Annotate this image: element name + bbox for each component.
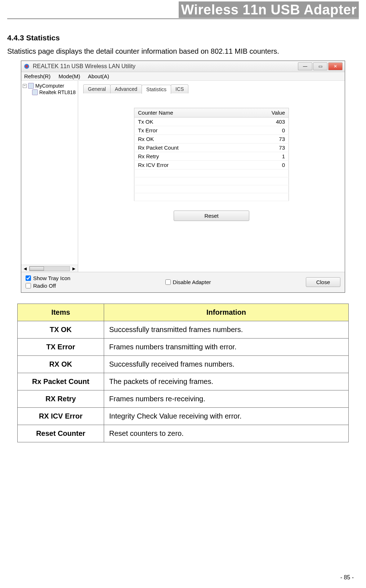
info-item-cell: TX Error	[18, 339, 104, 356]
counter-value-cell: 403	[242, 118, 289, 126]
close-window-button[interactable]: ✕	[328, 62, 343, 70]
info-row: RX OKSuccessfully received frames number…	[18, 356, 349, 373]
counter-name-cell: Rx Packet Count	[134, 143, 242, 152]
info-item-cell: Rx Packet Count	[18, 373, 104, 390]
counter-name-cell: Rx Retry	[134, 152, 242, 161]
counter-name-cell: Rx OK	[134, 135, 242, 143]
disable-adapter-input[interactable]	[165, 279, 171, 285]
radio-off-label: Radio Off	[33, 283, 56, 289]
info-item-cell: RX OK	[18, 356, 104, 373]
info-description-cell: Frames numbers re-receiving.	[104, 390, 349, 408]
info-description-cell: Frames numbers transmitting with error.	[104, 339, 349, 356]
info-description-cell: Successfully received frames numbers.	[104, 356, 349, 373]
counter-value-cell: 0	[242, 126, 289, 135]
info-col-information: Information	[104, 304, 349, 321]
statistics-table: Counter Name Value Tx OK403Tx Error0Rx O…	[134, 108, 289, 201]
scroll-track[interactable]	[29, 266, 70, 271]
tree-scrollbar[interactable]: ◄ ►	[21, 265, 78, 272]
info-row: TX ErrorFrames numbers transmitting with…	[18, 339, 349, 356]
counter-value-cell: 73	[242, 135, 289, 143]
info-item-cell: RX ICV Error	[18, 408, 104, 425]
tree-root-label: MyComputer	[35, 83, 64, 89]
info-description-cell: Reset counters to zero.	[104, 425, 349, 442]
content-pane: General Advanced Statistics ICS Counter …	[78, 81, 345, 272]
table-row[interactable]: Tx Error0	[134, 126, 289, 135]
table-row[interactable]: Rx Retry1	[134, 152, 289, 161]
tree-expander-icon[interactable]: −	[23, 84, 27, 88]
counter-name-cell: Rx ICV Error	[134, 161, 242, 169]
info-table: Items Information TX OKSuccessfully tran…	[17, 304, 349, 442]
maximize-button[interactable]: ▭	[313, 62, 327, 70]
table-row[interactable]: Rx ICV Error0	[134, 161, 289, 169]
counter-value-cell: 0	[242, 161, 289, 169]
tab-general[interactable]: General	[83, 84, 111, 93]
info-row: RX RetryFrames numbers re-receiving.	[18, 390, 349, 408]
menu-about[interactable]: About(A)	[88, 73, 109, 79]
info-item-cell: Reset Counter	[18, 425, 104, 442]
table-row	[134, 177, 289, 185]
title-bar: REALTEK 11n USB Wireless LAN Utility — ▭…	[21, 61, 345, 72]
col-counter-name[interactable]: Counter Name	[134, 108, 242, 118]
document-title: Wireless 11n USB Adapter	[179, 1, 359, 18]
counter-value-cell: 1	[242, 152, 289, 161]
menu-refresh[interactable]: Refresh(R)	[24, 73, 50, 79]
menu-bar: Refresh(R) Mode(M) About(A)	[21, 72, 345, 81]
close-button[interactable]: Close	[306, 277, 340, 287]
reset-button[interactable]: Reset	[174, 211, 249, 221]
svg-point-1	[26, 65, 28, 68]
counter-name-cell: Tx OK	[134, 118, 242, 126]
adapter-icon	[32, 89, 38, 95]
scroll-thumb[interactable]	[30, 266, 44, 271]
bottom-bar: Show Tray Icon Radio Off Disable Adapter…	[21, 272, 345, 292]
scroll-right-icon[interactable]: ►	[71, 266, 76, 271]
show-tray-label: Show Tray Icon	[33, 275, 70, 281]
tab-advanced[interactable]: Advanced	[110, 84, 142, 93]
counter-value-cell: 73	[242, 143, 289, 152]
scroll-left-icon[interactable]: ◄	[23, 266, 28, 271]
minimize-button[interactable]: —	[298, 62, 312, 70]
table-row[interactable]: Rx OK73	[134, 135, 289, 143]
info-row: TX OKSuccessfully transmitted frames num…	[18, 321, 349, 339]
info-col-items: Items	[18, 304, 104, 321]
table-row[interactable]: Tx OK403	[134, 118, 289, 126]
tab-statistics[interactable]: Statistics	[142, 85, 171, 94]
app-icon	[23, 63, 30, 70]
disable-adapter-checkbox[interactable]: Disable Adapter	[165, 279, 211, 285]
info-description-cell: Integrity Check Value receiving with err…	[104, 408, 349, 425]
table-row	[134, 185, 289, 193]
show-tray-checkbox[interactable]: Show Tray Icon	[26, 275, 70, 281]
table-row[interactable]: Rx Packet Count73	[134, 143, 289, 152]
info-row: Rx Packet CountThe packets of receiving …	[18, 373, 349, 390]
section-intro: Statistics page displays the detail coun…	[7, 47, 359, 56]
app-window: REALTEK 11n USB Wireless LAN Utility — ▭…	[21, 61, 345, 293]
tree-pane: − MyComputer Realtek RTL818 ◄ ►	[21, 81, 78, 272]
info-item-cell: TX OK	[18, 321, 104, 339]
tab-ics[interactable]: ICS	[171, 84, 188, 93]
page-number: - 85 -	[340, 574, 354, 581]
table-row	[134, 169, 289, 177]
window-title: REALTEK 11n USB Wireless LAN Utility	[33, 63, 298, 70]
info-row: RX ICV ErrorIntegrity Check Value receiv…	[18, 408, 349, 425]
info-description-cell: Successfully transmitted frames numbers.	[104, 321, 349, 339]
section-heading: 4.4.3 Statistics	[7, 34, 359, 42]
radio-off-checkbox[interactable]: Radio Off	[26, 283, 70, 289]
document-header: Wireless 11n USB Adapter	[7, 0, 359, 19]
counter-name-cell: Tx Error	[134, 126, 242, 135]
col-value[interactable]: Value	[242, 108, 289, 118]
menu-mode[interactable]: Mode(M)	[59, 73, 80, 79]
tree-root[interactable]: − MyComputer	[23, 83, 76, 89]
tree-child-label: Realtek RTL818	[39, 89, 76, 95]
disable-adapter-label: Disable Adapter	[173, 279, 211, 285]
tabs-row: General Advanced Statistics ICS	[83, 84, 340, 93]
radio-off-input[interactable]	[26, 283, 31, 288]
tree-child[interactable]: Realtek RTL818	[32, 89, 76, 95]
info-description-cell: The packets of receiving frames.	[104, 373, 349, 390]
computer-icon	[28, 83, 34, 89]
info-item-cell: RX Retry	[18, 390, 104, 408]
table-row	[134, 193, 289, 201]
info-row: Reset CounterReset counters to zero.	[18, 425, 349, 442]
show-tray-input[interactable]	[26, 275, 31, 281]
